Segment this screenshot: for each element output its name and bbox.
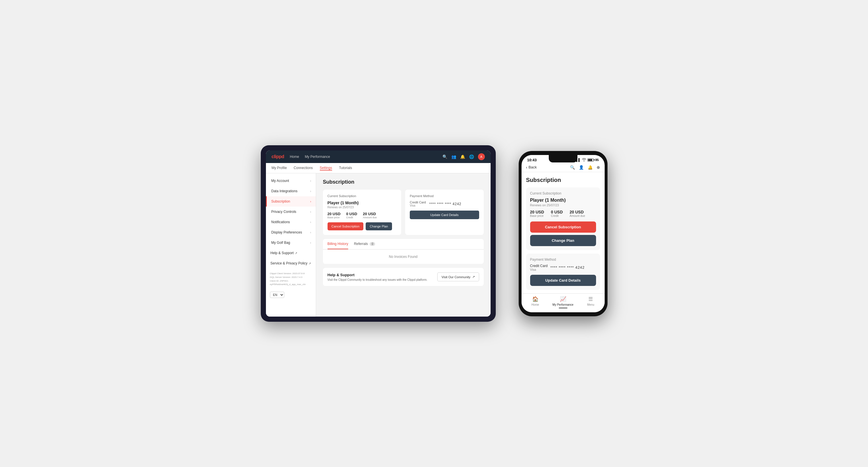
user-avatar[interactable]: A [478, 153, 485, 160]
logo: clippd [272, 154, 284, 159]
tablet-screen: clippd Home My Performance 🔍 👥 🔔 🌐 A My … [266, 150, 491, 317]
phone-top-icons: 🔍 👤 🔔 ⊕ [570, 165, 600, 169]
tablet-main: Subscription Current Subscription Player… [316, 173, 491, 317]
bell-icon[interactable]: 🔔 [588, 165, 593, 169]
phone-nav-performance[interactable]: 📈 My Performance [549, 296, 577, 308]
search-icon[interactable]: 🔍 [570, 165, 575, 169]
plus-icon[interactable]: ⊕ [597, 165, 600, 169]
nav-link-home[interactable]: Home [290, 155, 299, 159]
amount-due: 20 USD Amount due [363, 212, 377, 219]
menu-icon: ☰ [588, 296, 593, 302]
referrals-badge: 0 [370, 242, 375, 246]
credit-price: 0 USD Credit [346, 212, 357, 219]
phone-page-title: Subscription [526, 177, 600, 183]
change-plan-button[interactable]: Change Plan [366, 222, 392, 230]
sidebar-link-help-support[interactable]: Help & Support ↗ [266, 248, 316, 258]
plan-prices: 20 USD Base price 0 USD Credit 20 USD Am… [328, 212, 397, 219]
phone-credit: 0 USD Credit [551, 210, 563, 217]
external-link-icon: ↗ [309, 262, 311, 265]
chevron-icon: › [310, 200, 311, 203]
phone-change-plan-button[interactable]: Change Plan [530, 235, 596, 246]
tablet-navbar: clippd Home My Performance 🔍 👥 🔔 🌐 A [266, 150, 491, 163]
bell-icon[interactable]: 🔔 [460, 154, 465, 159]
update-card-button[interactable]: Update Card Details [410, 211, 479, 219]
phone-notch [549, 155, 578, 162]
phone-nav-home[interactable]: 🏠 Home [522, 296, 549, 308]
billing-empty-message: No Invoices Found [323, 250, 484, 264]
plan-renews: Renews on 25/07/23 [328, 206, 397, 209]
cc-details: Credit Card Visa [410, 200, 426, 207]
phone-base-price: 20 USD Base price [530, 210, 544, 217]
status-time: 10:43 [527, 158, 537, 162]
tab-referrals[interactable]: Referrals 0 [354, 239, 375, 249]
external-link-icon: ↗ [295, 252, 297, 255]
status-icons: ▌▌▌ 85 [574, 158, 599, 162]
sidebar-footer: Clippd Client Version: 2023.07.6-8 GQL S… [266, 269, 316, 290]
phone-cancel-subscription-button[interactable]: Cancel Subscription [530, 221, 596, 232]
help-description: Visit the Clippd Community to troublesho… [328, 278, 428, 281]
tab-my-profile[interactable]: My Profile [272, 166, 287, 170]
sidebar-item-notifications[interactable]: Notifications › [266, 217, 316, 227]
phone-payment-method-card: Payment Method Credit Card Visa **** ***… [526, 254, 600, 290]
sidebar: My Account › Data Integrations › Subscri… [266, 173, 316, 317]
search-icon[interactable]: 🔍 [442, 154, 447, 159]
tab-settings[interactable]: Settings [320, 166, 332, 170]
battery-icon [587, 158, 594, 162]
home-icon: 🏠 [532, 296, 538, 302]
chevron-icon: › [310, 221, 311, 224]
phone-payment-info: Credit Card Visa **** **** **** 4242 [530, 264, 596, 271]
tablet-nav-icons: 🔍 👥 🔔 🌐 A [442, 153, 485, 160]
base-price: 20 USD Base price [328, 212, 341, 219]
phone-cc-number: **** **** **** 4242 [551, 265, 585, 270]
nav-link-performance[interactable]: My Performance [305, 155, 330, 159]
help-title: Help & Support [328, 273, 428, 277]
external-link-icon: ↗ [472, 275, 475, 279]
sidebar-item-data-integrations[interactable]: Data Integrations › [266, 186, 316, 196]
tablet-device: clippd Home My Performance 🔍 👥 🔔 🌐 A My … [261, 145, 496, 322]
payment-info: Credit Card Visa **** **** **** 4242 [410, 200, 479, 207]
tablet-nav-links: Home My Performance [290, 155, 437, 159]
payment-method-label: Payment Method [410, 194, 479, 198]
sidebar-link-privacy-policy[interactable]: Service & Privacy Policy ↗ [266, 258, 316, 269]
sidebar-item-privacy-controls[interactable]: Privacy Controls › [266, 207, 316, 217]
chevron-icon: › [310, 231, 311, 234]
phone-plan-renews: Renews on 25/07/23 [530, 204, 596, 207]
tablet-subnav: My Profile Connections Settings Tutorial… [266, 163, 491, 173]
phone-content: Subscription Current Subscription Player… [522, 172, 604, 293]
chevron-icon: › [310, 241, 311, 244]
chevron-icon: › [310, 179, 311, 183]
help-content: Help & Support Visit the Clippd Communit… [328, 273, 428, 281]
sidebar-item-my-golf-bag[interactable]: My Golf Bag › [266, 238, 316, 248]
tab-billing-history[interactable]: Billing History [328, 239, 348, 249]
subscription-actions: Cancel Subscription Change Plan [328, 222, 397, 230]
phone-plan-prices: 20 USD Base price 0 USD Credit 20 USD Am… [530, 210, 596, 217]
payment-method-card: Payment Method Credit Card Visa **** ***… [405, 190, 484, 235]
billing-section: Billing History Referrals 0 No Invoices … [323, 239, 484, 264]
phone-amount-due: 20 USD Amount due [570, 210, 585, 217]
phone-update-card-button[interactable]: Update Card Details [530, 275, 596, 286]
phone-topbar: ‹ Back 🔍 👤 🔔 ⊕ [522, 163, 604, 172]
subscription-cards-row: Current Subscription Player (1 Month) Re… [323, 190, 484, 235]
sidebar-item-my-account[interactable]: My Account › [266, 176, 316, 186]
phone-payment-label: Payment Method [530, 257, 596, 261]
language-select[interactable]: EN [270, 292, 284, 298]
person-icon[interactable]: 👤 [579, 165, 584, 169]
plan-name: Player (1 Month) [328, 200, 397, 205]
phone-current-subscription-card: Current Subscription Player (1 Month) Re… [526, 187, 600, 250]
sidebar-item-subscription[interactable]: Subscription › [266, 196, 316, 207]
billing-tabs: Billing History Referrals 0 [323, 239, 484, 250]
users-icon[interactable]: 👥 [451, 154, 456, 159]
sidebar-item-display-preferences[interactable]: Display Preferences › [266, 227, 316, 238]
globe-icon[interactable]: 🌐 [469, 154, 474, 159]
tab-tutorials[interactable]: Tutorials [339, 166, 352, 170]
wifi-icon [582, 158, 586, 162]
phone-cc-info: Credit Card Visa [530, 264, 548, 271]
chevron-icon: › [310, 190, 311, 193]
cancel-subscription-button[interactable]: Cancel Subscription [328, 222, 364, 230]
phone-nav-menu[interactable]: ☰ Menu [577, 296, 604, 308]
visit-community-button[interactable]: Visit Our Community ↗ [437, 273, 479, 281]
back-button[interactable]: ‹ Back [526, 165, 537, 169]
tab-connections[interactable]: Connections [294, 166, 313, 170]
help-section: Help & Support Visit the Clippd Communit… [323, 268, 484, 286]
phone-plan-name: Player (1 Month) [530, 198, 596, 203]
